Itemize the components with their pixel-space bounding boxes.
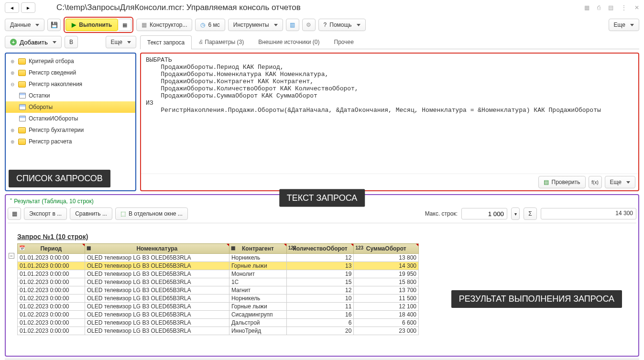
table-cell[interactable]: Монолит [229, 270, 286, 278]
table-row[interactable]: 01.02.2023 0:00:00OLED телевизор LG B3 O… [18, 319, 419, 327]
table-row[interactable]: 01.02.2023 0:00:00OLED телевизор LG B3 O… [18, 303, 419, 311]
table-cell[interactable]: 01.02.2023 0:00:00 [18, 311, 85, 319]
tree-item[interactable]: ⊖ Регистр накопления [6, 78, 135, 90]
tab-query-text[interactable]: Текст запроса [140, 35, 192, 49]
tree-item[interactable]: ⊕ Регистр бухгалтерии [6, 124, 135, 136]
table-cell[interactable]: OLED телевизор LG B3 OLED65B3RLA [85, 327, 229, 335]
table-cell[interactable]: 13 800 [354, 254, 419, 262]
tab-external[interactable]: Внешние источники (0) [251, 35, 327, 49]
table-row[interactable]: 01.02.2023 0:00:00OLED телевизор LG B3 O… [18, 295, 419, 303]
sum-button[interactable]: Σ [524, 207, 537, 220]
table-row[interactable]: 01.02.2023 0:00:00OLED телевизор LG B3 O… [18, 311, 419, 319]
table-row[interactable]: 01.01.2023 0:00:00OLED телевизор LG B3 O… [18, 270, 419, 278]
menu-icon[interactable]: ⋮ [621, 4, 627, 11]
table-cell[interactable]: 10 [286, 295, 354, 303]
table-cell[interactable]: 12 [286, 254, 354, 262]
save-button[interactable]: 💾 [47, 19, 61, 31]
table-cell[interactable]: 01.01.2023 0:00:00 [18, 262, 85, 270]
results-grid-container[interactable]: − Запрос №1 (10 строк) 📅Период▦Номенклат… [8, 223, 636, 354]
table-cell[interactable]: 16 [286, 311, 354, 319]
column-header[interactable]: 123КоличествоОборот [286, 244, 354, 254]
data-button[interactable]: Данные [5, 19, 44, 31]
export-button[interactable]: Экспорт в ... [24, 207, 67, 220]
max-rows-input[interactable] [461, 208, 507, 219]
table-cell[interactable]: 19 [286, 270, 354, 278]
help-button[interactable]: ?Помощь [318, 19, 366, 31]
grid-mode-button[interactable]: ▦ [8, 207, 21, 220]
query-code-area[interactable]: ВЫБРАТЬ ПродажиОбороты.Период КАК Период… [141, 54, 638, 174]
max-rows-spinner[interactable]: ▾ [511, 207, 520, 220]
expand-icon[interactable]: ⊕ [10, 70, 15, 76]
new-window-button[interactable]: ⬚В отдельном окне ... [115, 207, 188, 220]
table-cell[interactable]: OLED телевизор LG B3 OLED65B3RLA [85, 295, 229, 303]
doc-icon[interactable]: ▤ [608, 4, 613, 11]
tree-more-button[interactable]: Еще [106, 36, 136, 48]
table-row[interactable]: 01.01.2023 0:00:00OLED телевизор LG B3 O… [18, 262, 419, 270]
tree-item[interactable]: ⊕ Регистр сведений [6, 67, 135, 78]
tree-item[interactable]: ⊕ Регистр расчета [6, 136, 135, 147]
table-cell[interactable]: 18 400 [354, 311, 419, 319]
column-header[interactable]: 123СуммаОборот [354, 244, 419, 254]
table-cell[interactable]: Дальстрой [229, 319, 286, 327]
table-cell[interactable]: 01.02.2023 0:00:00 [18, 303, 85, 311]
tree-subitem-selected[interactable]: Обороты [6, 101, 135, 113]
tab-parameters[interactable]: &Параметры (3) [192, 35, 251, 49]
collapse-icon[interactable]: ⊖ [10, 82, 15, 87]
tools-button[interactable]: Инструменты [228, 19, 283, 31]
table-cell[interactable]: OLED телевизор LG B3 OLED65B3RLA [85, 278, 229, 286]
timing-button[interactable]: ◷6 мс [195, 19, 225, 31]
forward-button[interactable]: ► [21, 2, 35, 13]
more-button[interactable]: Еще [609, 19, 639, 31]
expand-icon[interactable]: ⊕ [10, 59, 15, 64]
table-cell[interactable]: OLED телевизор LG B3 OLED65B3RLA [85, 270, 229, 278]
check-button[interactable]: ▤Проверить [538, 176, 586, 188]
table-cell[interactable]: 15 800 [354, 278, 419, 286]
constructor-button[interactable]: ▦Конструктор... [136, 19, 192, 31]
table-cell[interactable]: 11 [286, 303, 354, 311]
table-cell[interactable]: OLED телевизор LG B3 OLED65B3RLA [85, 286, 229, 295]
close-icon[interactable]: ✕ [634, 4, 639, 11]
table-cell[interactable]: 1С [229, 278, 286, 286]
column-header[interactable]: 📅Период [18, 244, 85, 254]
toggle-button-1[interactable]: ▥ [286, 19, 299, 31]
code-more-button[interactable]: Еще [605, 176, 635, 188]
table-cell[interactable]: Магнит [229, 286, 286, 295]
table-row[interactable]: 01.02.2023 0:00:00OLED телевизор LG B3 O… [18, 278, 419, 286]
compare-button[interactable]: Сравнить ... [70, 207, 112, 220]
settings-button[interactable]: ⚙ [302, 19, 316, 31]
expand-icon[interactable]: ⊕ [10, 139, 15, 144]
table-cell[interactable]: 01.01.2023 0:00:00 [18, 270, 85, 278]
expand-icon[interactable]: ⊕ [10, 128, 15, 133]
table-cell[interactable]: 01.02.2023 0:00:00 [18, 278, 85, 286]
table-cell[interactable]: 19 950 [354, 270, 419, 278]
tree-item[interactable]: ⊕ Критерий отбора [6, 55, 135, 67]
table-cell[interactable]: 12 100 [354, 303, 419, 311]
table-row[interactable]: 01.01.2023 0:00:00OLED телевизор LG B3 O… [18, 254, 419, 262]
save-icon[interactable]: ▦ [584, 4, 589, 11]
table-cell[interactable]: OLED телевизор LG B3 OLED65B3RLA [85, 319, 229, 327]
table-cell[interactable]: 13 [286, 262, 354, 270]
table-cell[interactable]: 01.02.2023 0:00:00 [18, 319, 85, 327]
table-cell[interactable]: 23 000 [354, 327, 419, 335]
add-button[interactable]: + Добавить [5, 36, 62, 48]
table-cell[interactable]: Норникель [229, 254, 286, 262]
table-cell[interactable]: Горные лыжи [229, 262, 286, 270]
table-cell[interactable]: 01.02.2023 0:00:00 [18, 295, 85, 303]
table-cell[interactable]: 01.02.2023 0:00:00 [18, 327, 85, 335]
execute-button[interactable]: ▶ Выполнить [65, 19, 118, 31]
tree-subitem[interactable]: ОстаткиИОбороты [6, 113, 135, 124]
table-cell[interactable]: Сисадмингрупп [229, 311, 286, 319]
table-cell[interactable]: OLED телевизор LG B3 OLED65B3RLA [85, 254, 229, 262]
table-cell[interactable]: Норникель [229, 295, 286, 303]
execute-options-button[interactable]: ▦ [118, 19, 131, 31]
fx-button[interactable]: f(x) [589, 176, 602, 188]
table-cell[interactable]: 6 [286, 319, 354, 327]
table-cell[interactable]: 14 300 [354, 262, 419, 270]
tree-subitem[interactable]: Остатки [6, 90, 135, 101]
table-cell[interactable]: 11 500 [354, 295, 419, 303]
b-button[interactable]: В [65, 36, 78, 48]
table-cell[interactable]: Горные лыжи [229, 303, 286, 311]
table-cell[interactable]: 20 [286, 327, 354, 335]
table-cell[interactable]: OLED телевизор LG B3 OLED65B3RLA [85, 262, 229, 270]
table-cell[interactable]: 13 700 [354, 286, 419, 295]
